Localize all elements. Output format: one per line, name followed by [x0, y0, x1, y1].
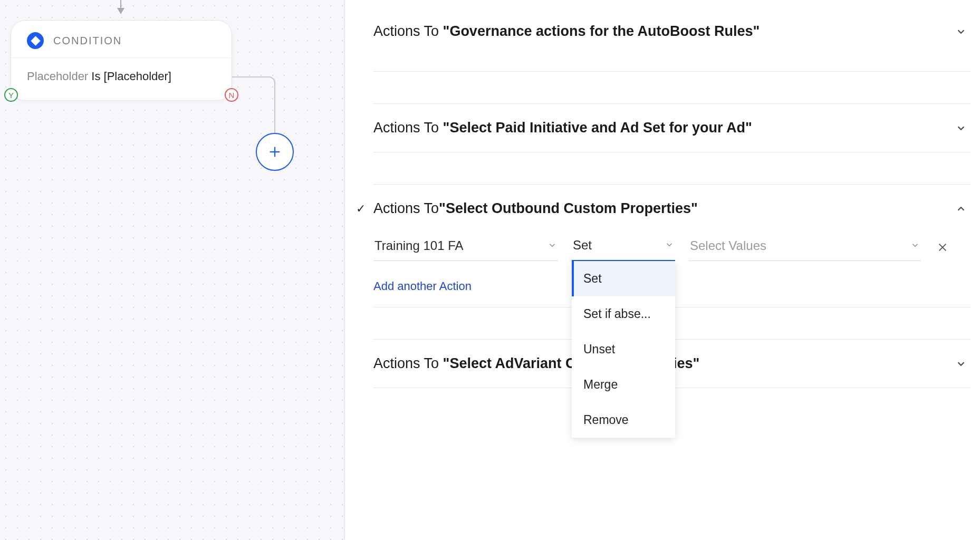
dropdown-option[interactable]: Merge: [572, 367, 675, 402]
condition-node[interactable]: CONDITION Placeholder Is [Placeholder] Y…: [11, 20, 232, 101]
section-prefix: Actions To: [373, 120, 443, 136]
add-node-button[interactable]: [256, 133, 294, 171]
chevron-down-icon: [954, 121, 968, 136]
dropdown-option[interactable]: Unset: [572, 332, 675, 367]
actions-section: Actions To "Governance actions for the A…: [373, 0, 971, 72]
values-select-placeholder: Select Values: [690, 238, 766, 253]
check-icon: ✓: [354, 202, 368, 216]
chevron-up-icon: [954, 201, 968, 216]
section-title: "Governance actions for the AutoBoost Ru…: [443, 23, 760, 39]
condition-operator: Is: [91, 70, 100, 83]
chevron-down-icon: [954, 24, 968, 39]
dropdown-option[interactable]: Set: [572, 261, 675, 296]
field-select-value: Training 101 FA: [374, 238, 464, 253]
plus-icon: [267, 144, 282, 159]
field-select[interactable]: Training 101 FA: [373, 233, 558, 261]
condition-expression: Placeholder Is [Placeholder]: [11, 58, 232, 100]
condition-value: [Placeholder]: [104, 70, 171, 83]
chevron-down-icon: [954, 356, 968, 371]
section-title: "Select Outbound Custom Properties": [439, 200, 698, 217]
section-title: "Select Paid Initiative and Ad Set for y…: [443, 120, 752, 136]
actions-panel: Actions To "Governance actions for the A…: [345, 0, 980, 540]
section-prefix: Actions To: [373, 355, 443, 371]
connector-arrow: [120, 0, 121, 13]
section-header[interactable]: Actions To "Select Paid Initiative and A…: [373, 104, 971, 152]
condition-yes-badge: Y: [4, 88, 18, 102]
section-header[interactable]: ✓ Actions To "Select Outbound Custom Pro…: [373, 185, 971, 233]
dropdown-option[interactable]: Remove: [572, 402, 675, 438]
operator-select[interactable]: Set: [572, 233, 675, 262]
condition-field-placeholder: Placeholder: [27, 70, 88, 83]
remove-action-button[interactable]: [935, 239, 950, 255]
workflow-canvas: CONDITION Placeholder Is [Placeholder] Y…: [0, 0, 345, 540]
actions-section-expanded: ✓ Actions To "Select Outbound Custom Pro…: [373, 184, 971, 307]
action-row-container: Training 101 FA Set Select Values: [373, 233, 971, 277]
section-prefix: Actions To: [373, 23, 443, 39]
condition-header: CONDITION: [11, 21, 232, 58]
chevron-down-icon: [665, 238, 674, 253]
values-select[interactable]: Select Values: [689, 233, 921, 261]
chevron-down-icon: [547, 238, 557, 253]
actions-section: Actions To "Select Paid Initiative and A…: [373, 103, 971, 152]
condition-icon: [27, 32, 44, 49]
section-header[interactable]: Actions To "Governance actions for the A…: [373, 0, 971, 55]
operator-select-value: Set: [573, 238, 592, 253]
close-icon: [937, 242, 948, 253]
dropdown-option[interactable]: Set if abse...: [572, 296, 675, 332]
condition-title: CONDITION: [53, 35, 122, 47]
operator-dropdown: Set Set if abse... Unset Merge Remove: [572, 261, 675, 438]
chevron-down-icon: [910, 238, 920, 253]
section-prefix: Actions To: [373, 200, 439, 217]
